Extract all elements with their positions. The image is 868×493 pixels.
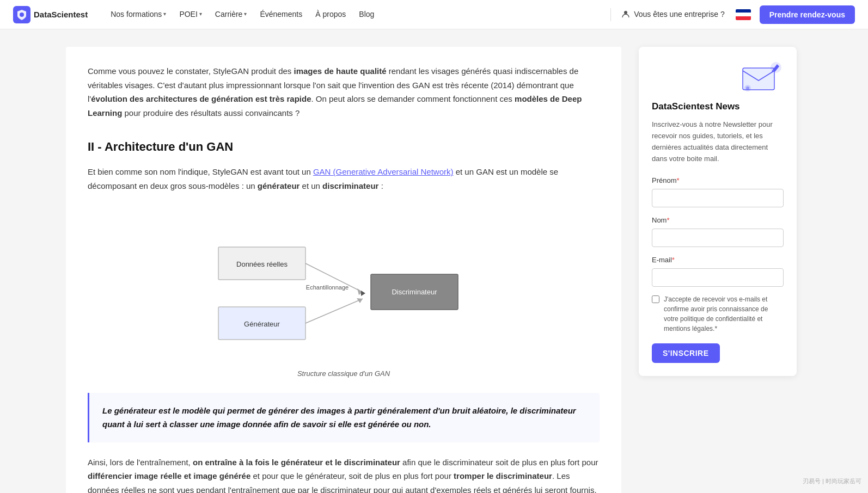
svg-point-1: [20, 13, 24, 17]
enterprise-button[interactable]: Vous êtes une entreprise ?: [615, 5, 730, 23]
page-layout: Comme vous pouvez le constater, StyleGAN…: [53, 29, 815, 493]
nom-input[interactable]: [652, 229, 784, 247]
gan-link[interactable]: GAN (Generative Adversarial Network): [313, 167, 454, 176]
main-content: Comme vous pouvez le constater, StyleGAN…: [66, 47, 621, 493]
intro-paragraph: Comme vous pouvez le constater, StyleGAN…: [88, 64, 600, 120]
svg-text:Données réelles: Données réelles: [236, 260, 288, 268]
svg-line-11: [305, 299, 363, 323]
newsletter-title: DataScientest News: [652, 99, 784, 114]
conclusion-paragraph: Ainsi, lors de l'entraînement, on entraî…: [88, 455, 600, 493]
navbar: DataScientest Nos formations ▾ POEI ▾ Ca…: [0, 0, 868, 29]
section-title: II - Architecture d'un GAN: [88, 137, 600, 156]
bold-discriminateur: discriminateur: [322, 181, 378, 190]
prenom-group: Prénom*: [652, 175, 784, 207]
diagram-container: Données réelles Générateur Discriminateu…: [88, 206, 600, 380]
nav-item-blog[interactable]: Blog: [353, 5, 380, 23]
bold-generateur: générateur: [258, 181, 300, 190]
watermark: 刃易号 | 时尚玩家岳可: [803, 477, 861, 486]
gan-diagram: Données réelles Générateur Discriminateu…: [202, 214, 485, 350]
svg-point-2: [624, 11, 627, 14]
logo-link[interactable]: DataScientest: [13, 6, 88, 23]
email-group: E-mail*: [652, 255, 784, 287]
svg-point-18: [746, 87, 749, 90]
chevron-down-icon: ▾: [244, 10, 247, 19]
newsletter-icon-area: [652, 60, 784, 95]
blockquote-text: Le générateur est le modèle qui permet d…: [102, 404, 586, 432]
nav-divider: [610, 8, 611, 21]
nom-group: Nom*: [652, 215, 784, 247]
diagram-caption: Structure classique d'un GAN: [297, 368, 390, 380]
nav-item-apropos[interactable]: À propos: [310, 5, 351, 23]
bold-evolution: évolution des architectures de génératio…: [91, 94, 311, 103]
checkbox-group: J'accepte de recevoir vos e-mails et con…: [652, 294, 784, 334]
svg-text:Echantillonnage: Echantillonnage: [306, 284, 349, 291]
logo-text: DataScientest: [34, 8, 88, 21]
logo-icon: [13, 6, 30, 23]
nom-label: Nom*: [652, 215, 784, 226]
bold-conclusion-3: tromper le discriminateur: [454, 471, 552, 480]
nav-item-poei[interactable]: POEI ▾: [174, 5, 207, 23]
section-intro: Et bien comme son nom l'indique, StyleGA…: [88, 165, 600, 193]
diagram-svg-wrapper: Données réelles Générateur Discriminateu…: [193, 206, 494, 363]
newsletter-card: DataScientest News Inscrivez-vous à notr…: [639, 47, 797, 376]
consent-label: J'accepte de recevoir vos e-mails et con…: [664, 294, 784, 334]
consent-checkbox[interactable]: [652, 295, 659, 303]
email-label: E-mail*: [652, 255, 784, 266]
nav-links: Nos formations ▾ POEI ▾ Carrière ▾ Événe…: [105, 5, 606, 23]
nav-item-evenements[interactable]: Événements: [254, 5, 308, 23]
email-input[interactable]: [652, 268, 784, 287]
nav-item-carriere[interactable]: Carrière ▾: [210, 5, 253, 23]
newsletter-icon: [740, 60, 784, 95]
sidebar: DataScientest News Inscrivez-vous à notr…: [639, 47, 797, 493]
svg-marker-14: [361, 291, 365, 296]
chevron-down-icon: ▾: [199, 10, 202, 19]
svg-text:Discriminateur: Discriminateur: [392, 288, 437, 296]
language-flag-fr[interactable]: [736, 9, 751, 20]
prenom-input[interactable]: [652, 189, 784, 207]
nav-item-formations[interactable]: Nos formations ▾: [105, 5, 172, 23]
bold-conclusion-1: on entraîne à la fois le générateur et l…: [193, 458, 400, 467]
bold-conclusion-2: différencier image réelle et image génér…: [88, 471, 250, 480]
chevron-down-icon: ▾: [163, 10, 166, 19]
blockquote: Le générateur est le modèle qui permet d…: [88, 393, 600, 442]
newsletter-desc: Inscrivez-vous à notre Newsletter pour r…: [652, 119, 784, 164]
prenom-label: Prénom*: [652, 175, 784, 187]
enterprise-icon: [621, 9, 631, 19]
svg-text:Générateur: Générateur: [244, 320, 280, 328]
bold-images: images de haute qualité: [294, 66, 387, 76]
subscribe-button[interactable]: S'INSCRIRE: [652, 343, 720, 363]
cta-button[interactable]: Prendre rendez-vous: [760, 5, 855, 24]
